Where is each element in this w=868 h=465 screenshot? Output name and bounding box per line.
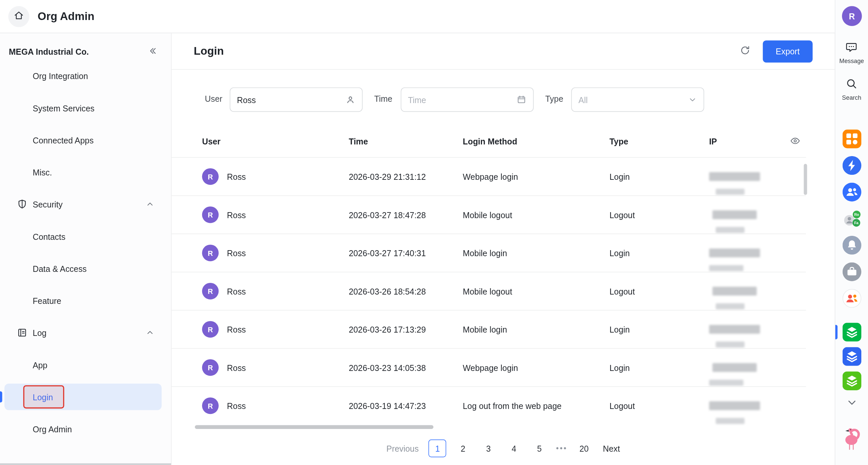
- table-row[interactable]: RRoss2026-03-19 14:47:23Log out from the…: [172, 386, 806, 424]
- cell-login-method: Mobile logout: [463, 286, 610, 296]
- page-title: Login: [194, 45, 224, 57]
- cell-time: 2026-03-27 17:40:31: [349, 248, 463, 257]
- pagination-page-1[interactable]: 1: [429, 440, 446, 457]
- cell-type: Login: [610, 248, 709, 257]
- login-log-table: UserTimeLogin MethodTypeIP RRoss2026-03-…: [172, 125, 806, 425]
- sidebar-item-org-admin[interactable]: Org Admin: [0, 413, 171, 445]
- dock-app[interactable]: RoFa: [842, 209, 861, 228]
- sidebar-item-label: Connected Apps: [33, 135, 94, 145]
- pagination-ellipsis[interactable]: •••: [556, 444, 567, 453]
- dock-app[interactable]: [842, 289, 861, 308]
- dock-app[interactable]: [842, 129, 861, 148]
- sidebar-item-feature[interactable]: Feature: [0, 284, 171, 316]
- sidebar-item-log[interactable]: Log: [0, 316, 171, 349]
- eye-icon: [790, 138, 801, 148]
- vertical-scrollbar[interactable]: [804, 164, 807, 195]
- table-row[interactable]: RRoss2026-03-23 14:05:38Webpage loginLog…: [172, 348, 806, 386]
- flamingo-icon[interactable]: [841, 424, 862, 453]
- table-row[interactable]: RRoss2026-03-27 18:47:28Mobile logoutLog…: [172, 195, 806, 234]
- sidebar-item-app[interactable]: App: [0, 349, 171, 381]
- table-row[interactable]: RRoss2026-03-27 17:40:31Mobile loginLogi…: [172, 234, 806, 272]
- sidebar-scrollbar[interactable]: [0, 463, 171, 465]
- type-filter-select[interactable]: All: [571, 87, 704, 112]
- horizontal-scrollbar[interactable]: [195, 425, 433, 429]
- pagination: Previous12345•••20Next: [172, 436, 835, 461]
- admin-people-icon: [842, 300, 861, 309]
- cell-ip: [709, 196, 806, 234]
- org-admin-console: Org Admin MEGA Industrial Co. Org Integr…: [0, 0, 868, 465]
- redacted-ip: [716, 303, 745, 309]
- sidebar-item-login[interactable]: Login: [0, 381, 171, 413]
- cell-ip: [709, 311, 806, 348]
- user-avatar[interactable]: R: [842, 6, 862, 26]
- refresh-button[interactable]: [740, 45, 751, 57]
- user-name: Ross: [227, 172, 246, 181]
- cell-login-method: Webpage login: [463, 363, 610, 372]
- sidebar-item-system-services[interactable]: System Services: [0, 92, 171, 124]
- row-avatar: R: [202, 245, 219, 261]
- column-header-user: User: [202, 136, 349, 146]
- user-filter-label: User: [205, 94, 222, 103]
- dock-app[interactable]: [842, 156, 861, 175]
- column-visibility-button[interactable]: [790, 136, 801, 148]
- bell-icon: [842, 247, 861, 256]
- user-filter-value[interactable]: [237, 95, 345, 104]
- table-row[interactable]: RRoss2026-03-26 18:54:28Mobile logoutLog…: [172, 272, 806, 310]
- export-button[interactable]: Export: [763, 40, 813, 62]
- pagination-page-3[interactable]: 3: [480, 440, 497, 457]
- sidebar-collapse-button[interactable]: [148, 46, 158, 57]
- sidebar-item-connected-apps[interactable]: Connected Apps: [0, 124, 171, 156]
- dock-nav-message[interactable]: Message: [839, 41, 864, 64]
- sidebar-item-label: Log: [33, 328, 47, 337]
- dock-app[interactable]: [842, 262, 861, 281]
- sidebar-item-security[interactable]: Security: [0, 188, 171, 220]
- cell-login-method: Mobile logout: [463, 210, 610, 219]
- chevron-up-icon: [146, 328, 154, 339]
- user-name: Ross: [227, 324, 246, 334]
- sidebar-item-misc[interactable]: Misc.: [0, 156, 171, 188]
- dock-app[interactable]: [842, 183, 861, 202]
- column-header-login-method: Login Method: [463, 136, 610, 146]
- sidebar-item-contacts[interactable]: Contacts: [0, 220, 171, 252]
- pagination-page-2[interactable]: 2: [454, 440, 472, 457]
- table-row[interactable]: RRoss2026-03-29 21:31:12Webpage loginLog…: [172, 157, 806, 195]
- sidebar-item-data-access[interactable]: Data & Access: [0, 252, 171, 284]
- home-button[interactable]: [8, 6, 29, 27]
- pagination-page-20[interactable]: 20: [575, 440, 593, 457]
- avatar-cluster-icon: RoFa: [842, 220, 861, 229]
- type-filter-label: Type: [546, 94, 563, 103]
- redacted-ip: [709, 265, 744, 271]
- pagination-next[interactable]: Next: [603, 444, 620, 453]
- pagination-page-4[interactable]: 4: [505, 440, 523, 457]
- type-filter-value: All: [579, 95, 688, 104]
- sidebar-item-org-integration[interactable]: Org Integration: [0, 60, 171, 92]
- cell-ip: [709, 272, 806, 310]
- table-body: RRoss2026-03-29 21:31:12Webpage loginLog…: [172, 157, 806, 424]
- time-filter-label: Time: [374, 94, 392, 103]
- cell-type: Login: [610, 324, 709, 334]
- app-title: Org Admin: [38, 10, 94, 23]
- redacted-ip: [709, 249, 760, 257]
- dock-more-button[interactable]: [846, 396, 858, 410]
- dock-nav-search[interactable]: Search: [842, 78, 861, 101]
- dock-app[interactable]: [842, 322, 861, 341]
- topbar: Org Admin: [0, 0, 835, 33]
- row-avatar: R: [202, 283, 219, 300]
- sidebar: MEGA Industrial Co. Org IntegrationSyste…: [0, 33, 172, 465]
- cell-login-method: Webpage login: [463, 172, 610, 181]
- redacted-ip: [709, 380, 744, 385]
- main-content: Login Export User Time Type All: [172, 33, 835, 465]
- dock-app[interactable]: [842, 347, 861, 366]
- dock-apps: RoFa: [835, 129, 868, 308]
- time-filter-input[interactable]: [401, 87, 533, 112]
- table-row[interactable]: RRoss2026-03-26 17:13:29Mobile loginLogi…: [172, 310, 806, 348]
- dock-app[interactable]: [842, 236, 861, 254]
- time-filter-field[interactable]: [408, 95, 517, 104]
- user-filter-input[interactable]: [230, 87, 363, 112]
- sidebar-menu: Org IntegrationSystem ServicesConnected …: [0, 60, 171, 445]
- pagination-previous[interactable]: Previous: [386, 444, 418, 453]
- pagination-page-5[interactable]: 5: [530, 440, 548, 457]
- dock-app[interactable]: [842, 371, 861, 390]
- people-icon: [842, 194, 861, 203]
- row-avatar: R: [202, 168, 219, 185]
